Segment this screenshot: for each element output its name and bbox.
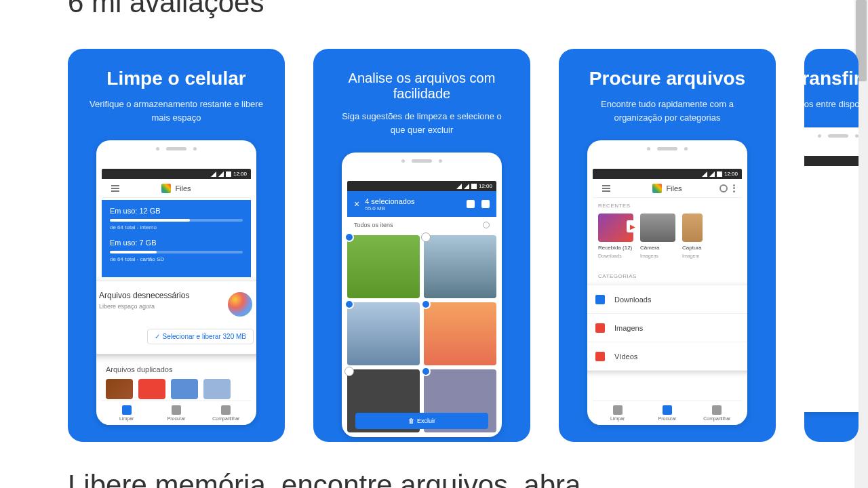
select-icon: ✓ bbox=[155, 333, 160, 340]
card-subtitle: Transfira arquivos entre dispositivos se… bbox=[804, 98, 859, 111]
signal-icon bbox=[464, 184, 469, 189]
battery-icon bbox=[471, 184, 477, 189]
screenshots-gallery[interactable]: Limpe o celular Verifique o armazenament… bbox=[68, 49, 859, 442]
status-bar: 12:00 bbox=[347, 181, 496, 191]
card-title: Transfira bbox=[804, 68, 859, 89]
categories-card: Downloads Imagens Vídeos bbox=[587, 285, 747, 371]
card-subtitle: Verifique o armazenamento restante e lib… bbox=[88, 98, 264, 124]
dup-thumb bbox=[106, 379, 133, 399]
sort-icon bbox=[481, 200, 490, 208]
junk-files-card: Arquivos desnecessários Libere espaço ag… bbox=[96, 281, 256, 354]
status-bar: 12:00 bbox=[593, 169, 742, 179]
nav-share: Compartilhar bbox=[201, 401, 251, 425]
recent-item: ▶ Recebida (12) Downloads bbox=[598, 214, 633, 258]
nav-clean: Limpar bbox=[593, 401, 642, 425]
storage-internal: Em uso: 12 GB de 64 total - interno bbox=[110, 207, 243, 230]
check-icon bbox=[344, 300, 354, 309]
storage-sd: Em uso: 7 GB de 64 total - cartão SD bbox=[110, 239, 243, 262]
check-icon bbox=[421, 232, 431, 242]
nav-clean: Limpar bbox=[102, 401, 151, 425]
status-bar bbox=[804, 156, 859, 166]
share-icon bbox=[712, 405, 722, 415]
dup-thumb bbox=[203, 379, 231, 399]
bottom-nav: Limpar Procurar Compartilhar bbox=[102, 401, 251, 425]
phone-mockup bbox=[804, 127, 859, 412]
clean-icon bbox=[122, 405, 132, 415]
clock: 12:00 bbox=[233, 171, 247, 177]
grid-thumb bbox=[347, 235, 420, 298]
duplicates-section: Arquivos duplicados bbox=[106, 365, 247, 399]
nav-browse: Procurar bbox=[151, 401, 201, 425]
wifi-icon bbox=[211, 171, 216, 177]
recent-row: ▶ Recebida (12) Downloads Câmera Imagens… bbox=[598, 214, 742, 258]
phone-mockup: 12:00 Files Em uso: 12 GB de 64 total - … bbox=[96, 140, 256, 425]
recent-item: Captura Imagem bbox=[682, 214, 703, 258]
recent-label: RECENTES bbox=[598, 203, 631, 209]
bottom-nav: Limpar Procurar Compartilhar bbox=[593, 401, 742, 425]
share-icon bbox=[467, 200, 475, 208]
battery-icon bbox=[717, 171, 722, 177]
phone-mockup: 12:00 × 4 selecionados 55.0 MB Todos os … bbox=[342, 152, 502, 437]
screenshot-card-4[interactable]: Transfira Transfira arquivos entre dispo… bbox=[804, 49, 859, 442]
grid-thumb bbox=[424, 235, 496, 298]
card-title: Analise os arquivos com facilidade bbox=[326, 70, 518, 102]
card-title: Limpe o celular bbox=[106, 68, 245, 89]
download-icon bbox=[595, 295, 605, 304]
app-logo-icon bbox=[161, 184, 171, 193]
category-videos: Vídeos bbox=[587, 342, 747, 371]
search-icon bbox=[719, 184, 728, 192]
video-icon bbox=[595, 352, 605, 361]
card-subtitle: Encontre tudo rapidamente com a organiza… bbox=[579, 98, 755, 124]
clock: 12:00 bbox=[479, 183, 492, 189]
file-grid bbox=[347, 235, 496, 432]
screenshot-card-2[interactable]: Analise os arquivos com facilidade Siga … bbox=[313, 49, 530, 442]
check-icon bbox=[421, 300, 431, 309]
app-bar: Files bbox=[593, 179, 742, 198]
phone-mockup: 12:00 Files RECENTES ▶ Recebida (12) Dow… bbox=[587, 140, 747, 425]
delete-button: 🗑 Excluir bbox=[355, 413, 488, 429]
nav-share: Compartilhar bbox=[692, 401, 742, 425]
wifi-icon bbox=[702, 171, 707, 177]
check-icon bbox=[344, 367, 354, 376]
phone-sensors bbox=[647, 147, 688, 150]
app-title: Files bbox=[175, 184, 191, 192]
browse-icon bbox=[663, 405, 672, 415]
screenshot-card-3[interactable]: Procure arquivos Encontre tudo rapidamen… bbox=[559, 49, 776, 442]
status-bar: 12:00 bbox=[102, 169, 251, 179]
clean-icon bbox=[613, 405, 623, 415]
wifi-icon bbox=[456, 184, 462, 189]
filter-bar: Todos os itens bbox=[347, 217, 496, 233]
browse-icon bbox=[172, 405, 181, 415]
image-icon bbox=[595, 323, 605, 333]
phone-sensors bbox=[156, 147, 197, 150]
hamburger-icon bbox=[111, 185, 119, 192]
trash-icon: 🗑 bbox=[408, 418, 414, 424]
clock: 12:00 bbox=[724, 171, 738, 177]
more-icon bbox=[733, 184, 735, 192]
check-icon bbox=[421, 367, 431, 376]
dup-thumb bbox=[171, 379, 198, 399]
close-icon: × bbox=[354, 199, 359, 209]
screenshot-card-1[interactable]: Limpe o celular Verifique o armazenament… bbox=[68, 49, 285, 442]
categories-label: CATEGORIAS bbox=[598, 273, 637, 279]
hamburger-icon bbox=[602, 185, 610, 192]
free-space-button: ✓ Selecionar e liberar 320 MB bbox=[147, 329, 254, 344]
dup-thumb bbox=[138, 379, 165, 399]
phone-sensors bbox=[401, 159, 442, 163]
signal-icon bbox=[709, 171, 715, 177]
storage-panel: Em uso: 12 GB de 64 total - interno Em u… bbox=[102, 200, 251, 277]
check-icon bbox=[344, 232, 354, 242]
recent-item: Câmera Imagens bbox=[640, 214, 675, 258]
phone-sensors bbox=[818, 134, 859, 138]
card-title: Procure arquivos bbox=[589, 68, 745, 89]
selection-bar: × 4 selecionados 55.0 MB bbox=[347, 191, 496, 217]
app-title: Files bbox=[666, 184, 682, 192]
grid-thumb bbox=[347, 302, 420, 365]
grid-thumb bbox=[424, 302, 496, 365]
battery-icon bbox=[226, 171, 231, 177]
nav-browse: Procurar bbox=[642, 401, 692, 425]
category-images: Imagens bbox=[587, 314, 747, 342]
cleanup-icon bbox=[228, 292, 252, 317]
app-bar: Files bbox=[102, 179, 251, 198]
card-subtitle: Siga sugestões de limpeza e selecione o … bbox=[334, 110, 510, 136]
